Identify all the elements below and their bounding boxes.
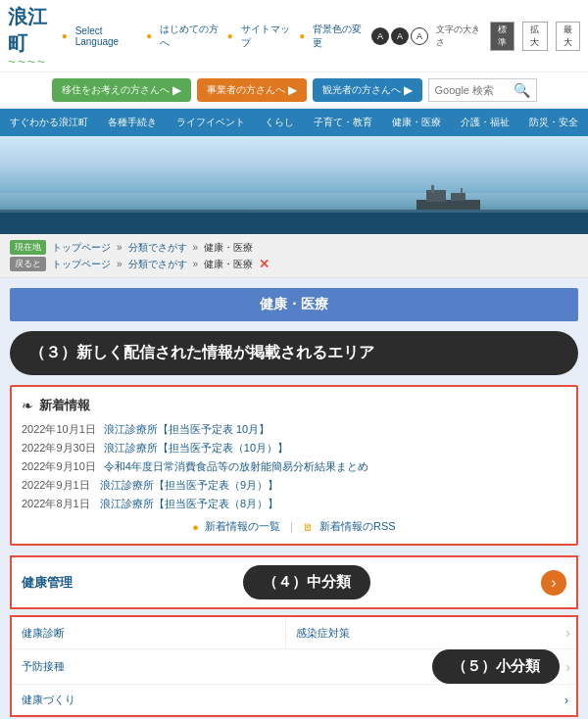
new-info-callout: （３）新しく配信された情報が掲載されるエリア: [10, 331, 578, 375]
logo-text: 浪江町: [8, 4, 62, 57]
font-large-btn[interactable]: 拡大: [522, 22, 548, 51]
news-link-4[interactable]: 浪江診療所【担当医予定表（8月）】: [100, 497, 278, 511]
nav-item-disaster[interactable]: 防災・安全: [526, 114, 581, 131]
mid-category-section: 健康管理 （４）中分類 ›: [10, 555, 578, 609]
mid-category-badge: （４）中分類: [243, 565, 370, 599]
quick-nav-business[interactable]: 事業者の方さんへ ▶: [197, 78, 307, 102]
news-item-3: 2022年9月1日 浪江診療所【担当医予定表（9月）】: [22, 478, 566, 493]
logo-wave: 〜〜〜〜: [8, 57, 62, 68]
breadcrumb-back-top-link[interactable]: トップページ: [52, 258, 111, 271]
sub-cat-link-wellness[interactable]: 健康づくり: [12, 685, 557, 715]
pipe-separator: ｜: [286, 519, 297, 534]
news-date-3: 2022年9月1日: [22, 478, 92, 493]
breadcrumb-top-link[interactable]: トップページ: [52, 241, 111, 255]
svg-rect-0: [416, 200, 480, 210]
news-all-link[interactable]: 新着情報の一覧: [205, 519, 280, 534]
nav-item-health[interactable]: 健康・医療: [389, 114, 444, 131]
font-size-label: 文字の大きさ: [436, 24, 481, 49]
icon-black-2[interactable]: A: [391, 27, 409, 45]
breadcrumb-category-link[interactable]: 分類でさがす: [128, 241, 187, 255]
nav-item-care[interactable]: 介護・福祉: [458, 114, 513, 131]
font-small-btn[interactable]: 標準: [490, 22, 515, 51]
icon-white-1[interactable]: A: [411, 27, 428, 45]
nav-item-about[interactable]: すぐわかる浪江町: [7, 114, 91, 131]
lang-link[interactable]: Select Language: [75, 25, 139, 47]
svg-rect-4: [461, 188, 463, 194]
quick-nav-tourist[interactable]: 観光者の方さんへ ▶: [313, 78, 422, 102]
news-date-1: 2022年9月30日: [22, 441, 96, 455]
close-icon[interactable]: ✕: [259, 257, 270, 271]
news-link-2[interactable]: 令和4年度日常消費食品等の放射能簡易分析結果まとめ: [104, 459, 368, 474]
news-section: ❧ 新着情報 2022年10月1日 浪江診療所【担当医予定表 10月】 2022…: [10, 385, 578, 546]
sitemap-link[interactable]: サイトマップ: [241, 23, 292, 50]
news-item-4: 2022年8月1日 浪江診療所【担当医予定表（8月）】: [22, 497, 566, 511]
search-icon[interactable]: 🔍: [514, 82, 530, 98]
quick-nav-residents[interactable]: 移住をお考えの方さんへ ▶: [52, 78, 191, 102]
section-header: 健康・医療: [10, 288, 578, 321]
news-title: 新着情報: [39, 397, 90, 414]
nav-item-child[interactable]: 子育て・教育: [311, 114, 375, 131]
news-date-0: 2022年10月1日: [22, 422, 96, 437]
mid-category-arrow[interactable]: ›: [541, 570, 566, 596]
search-input[interactable]: [435, 84, 514, 96]
nav-item-living[interactable]: くらし: [262, 114, 297, 131]
news-date-2: 2022年9月10日: [22, 459, 96, 474]
news-item-2: 2022年9月10日 令和4年度日常消費食品等の放射能簡易分析結果まとめ: [22, 459, 566, 474]
hero-image: [0, 136, 588, 234]
breadcrumb-back-category-link[interactable]: 分類でさがす: [128, 258, 187, 271]
news-all-dot: ●: [192, 521, 199, 533]
breadcrumb-back: 戻ると トップページ » 分類でさがす » 健康・医療 ✕: [10, 257, 578, 271]
sub-cat-arrow-1: ›: [560, 651, 576, 683]
news-item-0: 2022年10月1日 浪江診療所【担当医予定表 10月】: [22, 422, 566, 437]
news-link-1[interactable]: 浪江診療所【担当医予定表（10月）】: [104, 441, 288, 455]
news-link-0[interactable]: 浪江診療所【担当医予定表 10月】: [104, 422, 270, 437]
bg-link[interactable]: 背景色の変更: [313, 23, 364, 50]
svg-rect-3: [431, 185, 434, 193]
news-item-1: 2022年9月30日 浪江診療所【担当医予定表（10月）】: [22, 441, 566, 455]
news-rss-link[interactable]: 新着情報のRSS: [319, 519, 396, 534]
svg-rect-1: [426, 190, 446, 202]
sub-cat-arrow-0: ›: [560, 617, 576, 648]
icon-black-1[interactable]: A: [371, 27, 389, 45]
sub-category-section: 健康診断 感染症対策 › 予防接種 （５）小分類 › 健康づくり ›: [10, 615, 578, 717]
svg-rect-2: [451, 193, 466, 201]
news-icon: ❧: [22, 398, 33, 413]
hero-ship: [412, 185, 490, 215]
sub-cat-link-infection[interactable]: 感染症対策: [286, 618, 560, 648]
mid-category-title: 健康管理: [22, 574, 73, 592]
font-extra-btn[interactable]: 最大: [556, 22, 581, 51]
nav-item-procedures[interactable]: 各種手続き: [105, 114, 160, 131]
news-link-3[interactable]: 浪江診療所【担当医予定表（9月）】: [100, 478, 278, 493]
hajimete-link[interactable]: はじめての方へ: [160, 23, 219, 50]
sub-cat-more-icon[interactable]: ›: [557, 685, 576, 715]
logo: 浪江町 〜〜〜〜: [8, 4, 62, 68]
sub-cat-link-vaccination[interactable]: 予防接種: [12, 651, 432, 682]
sub-cat-link-health-check[interactable]: 健康診断: [12, 618, 285, 648]
rss-icon: 🗎: [303, 521, 314, 533]
nav-item-life[interactable]: ライフイベント: [173, 114, 248, 131]
news-date-4: 2022年8月1日: [22, 497, 92, 511]
sub-category-badge: （５）小分類: [432, 649, 560, 684]
breadcrumb-current: 現在地 トップページ » 分類でさがす » 健康・医療: [10, 240, 578, 255]
